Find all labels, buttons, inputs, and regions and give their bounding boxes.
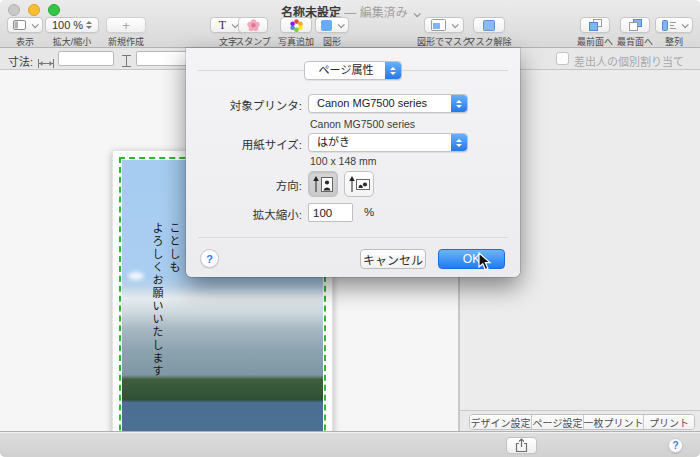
- flower-stamp-icon: [247, 19, 260, 32]
- tab-page-settings[interactable]: ページ設定: [532, 415, 584, 429]
- height-input[interactable]: [136, 51, 192, 66]
- scale-input[interactable]: [308, 203, 353, 222]
- chevron-down-icon: [452, 21, 459, 28]
- add-photo-button[interactable]: [280, 17, 312, 33]
- scale-label: 拡大縮小:: [186, 206, 302, 222]
- paper-size-popup[interactable]: はがき: [308, 133, 468, 152]
- align-label: 整列: [652, 35, 696, 48]
- tab-single-print[interactable]: 一枚プリント: [584, 415, 644, 429]
- stamp-label: スタンプ: [230, 35, 276, 48]
- toolbar-item-align: 整列: [652, 17, 696, 48]
- settings-preset-popup[interactable]: ページ属性: [304, 61, 402, 80]
- app-window: 名称未設定 — 編集済み 表示 100 % 拡大/縮小 + 新規作成: [0, 0, 700, 457]
- preset-popup-value: ページ属性: [319, 64, 374, 76]
- sender-assignment-checkbox[interactable]: [556, 52, 569, 65]
- shapes-label: 図形: [312, 35, 352, 48]
- toolbar-item-zoom: 100 % 拡大/縮小: [42, 17, 102, 48]
- stepper-arrows-icon: [86, 21, 92, 29]
- greeting-line1: ことしも: [168, 222, 180, 274]
- text-T-icon: T: [219, 18, 226, 33]
- portrait-orientation-icon: [312, 176, 334, 193]
- orientation-landscape-button[interactable]: [344, 171, 374, 197]
- paper-size-label: 用紙サイズ:: [186, 136, 302, 152]
- chevron-down-icon: [681, 21, 688, 28]
- cloud: [128, 272, 144, 280]
- bring-to-front-icon: [589, 19, 602, 31]
- stamp-button[interactable]: [238, 17, 268, 33]
- mask-shape-icon: [431, 19, 446, 31]
- align-icon: [662, 20, 676, 31]
- share-icon: [515, 438, 528, 453]
- unmask-button[interactable]: [473, 17, 505, 33]
- bring-to-front-button[interactable]: [580, 17, 610, 33]
- view-button[interactable]: [7, 17, 43, 33]
- zoom-value: 100 %: [52, 19, 83, 31]
- landscape-orientation-icon: [348, 176, 370, 193]
- mouse-cursor: [478, 252, 492, 276]
- popup-stepper-icon: [385, 62, 401, 79]
- panel-tab-strip: デザイン設定 ページ設定 一枚プリント プリント: [459, 410, 700, 431]
- popup-stepper-icon: [451, 95, 467, 112]
- photos-pinwheel-icon: [290, 19, 303, 32]
- chevron-down-icon: [32, 21, 39, 28]
- zoom-label: 拡大/縮小: [42, 35, 102, 48]
- printer-note: Canon MG7500 series: [310, 118, 415, 130]
- printer-popup[interactable]: Canon MG7500 series: [308, 94, 468, 113]
- new-button[interactable]: +: [106, 17, 146, 33]
- shapes-button[interactable]: [315, 17, 349, 33]
- panel-tabs: デザイン設定 ページ設定 一枚プリント プリント: [469, 414, 695, 430]
- share-button[interactable]: [506, 437, 537, 454]
- scale-unit-label: %: [364, 206, 374, 218]
- chevron-down-icon: [338, 21, 345, 28]
- paper-size-popup-value: はがき: [317, 136, 350, 148]
- sheet-bottom-divider: [198, 237, 508, 238]
- tab-print[interactable]: プリント: [644, 415, 694, 429]
- unmask-icon: [483, 20, 495, 31]
- sidebar-view-icon: [13, 20, 26, 30]
- window-help-button[interactable]: ?: [668, 438, 683, 453]
- send-to-back-icon: [629, 19, 642, 31]
- send-to-back-button[interactable]: [620, 17, 650, 33]
- paper-dimensions-note: 100 x 148 mm: [310, 155, 377, 167]
- width-input[interactable]: [58, 51, 114, 66]
- dimensions-label: 寸法:: [8, 53, 33, 69]
- sheet-help-button[interactable]: ?: [200, 249, 219, 268]
- toolbar: 名称未設定 — 編集済み 表示 100 % 拡大/縮小 + 新規作成: [0, 0, 700, 48]
- tab-design-settings[interactable]: デザイン設定: [470, 415, 532, 429]
- toolbar-item-shapes: 図形: [312, 17, 352, 48]
- unmask-label: マスク解除: [460, 35, 518, 48]
- printer-label: 対象プリンタ:: [186, 97, 302, 113]
- bottom-bar: ?: [0, 431, 700, 457]
- plus-icon: +: [122, 18, 130, 33]
- toolbar-item-new: + 新規作成: [96, 17, 156, 48]
- cancel-button[interactable]: キャンセル: [360, 249, 426, 269]
- mask-with-shape-button[interactable]: [424, 17, 464, 33]
- toolbar-item-unmask: マスク解除: [460, 17, 518, 48]
- greeting-text[interactable]: ことしも よろしくお願いいたします: [148, 222, 182, 378]
- page-setup-sheet: ページ属性 対象プリンタ: Canon MG7500 series Canon …: [186, 48, 520, 277]
- new-label: 新規作成: [96, 35, 156, 48]
- blue-square-shape-icon: [321, 20, 332, 31]
- ok-button[interactable]: OK: [438, 249, 505, 269]
- sender-assignment-label: 差出人の個別割り当て: [574, 53, 684, 69]
- greeting-line2: よろしくお願いいたします: [151, 222, 163, 378]
- align-button[interactable]: [655, 17, 693, 33]
- orientation-label: 方向:: [186, 177, 302, 193]
- toolbar-item-stamp: スタンプ: [230, 17, 276, 48]
- height-icon: [122, 53, 131, 71]
- orientation-portrait-button[interactable]: [308, 171, 338, 197]
- document-status: — 編集済み: [344, 6, 407, 20]
- printer-popup-value: Canon MG7500 series: [317, 97, 427, 109]
- zoom-stepper[interactable]: 100 %: [45, 17, 99, 33]
- popup-stepper-icon: [451, 134, 467, 151]
